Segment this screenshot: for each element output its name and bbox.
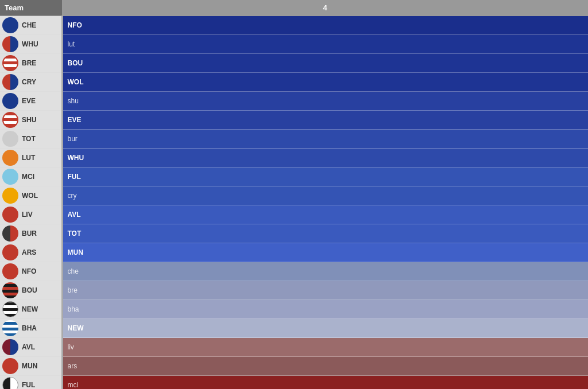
- num-header: 4: [62, 0, 588, 16]
- team-label: ARS: [22, 248, 36, 256]
- opponent-label: bre: [63, 282, 589, 299]
- team-badge: [2, 207, 18, 223]
- table-row: LUTWHU: [0, 149, 588, 168]
- team-badge: [2, 244, 18, 260]
- table-row: BHANEW: [0, 319, 588, 338]
- opponent-label: NFO: [63, 17, 589, 34]
- table-row: FULmci: [0, 376, 588, 390]
- opponent-label: WHU: [63, 149, 589, 166]
- opponent-label: WOL: [63, 73, 589, 91]
- team-label: CHE: [22, 21, 36, 29]
- table-row: CRYWOL: [0, 73, 588, 92]
- opponent-label: MUN: [63, 244, 589, 261]
- team-badge: [2, 131, 18, 147]
- opponent-label: shu: [63, 92, 589, 110]
- team-badge: [2, 112, 18, 128]
- team-label: TOT: [22, 135, 36, 143]
- team-cell: EVE: [0, 92, 61, 110]
- team-label: LIV: [22, 211, 33, 219]
- opponent-label: lut: [63, 36, 589, 53]
- opponent-label: ars: [63, 357, 589, 375]
- team-label: WOL: [22, 192, 38, 200]
- team-cell: NEW: [0, 300, 61, 318]
- team-label: NEW: [22, 305, 38, 313]
- team-cell: BUR: [0, 224, 61, 243]
- team-cell: FUL: [0, 376, 61, 389]
- team-label: CRY: [22, 78, 36, 86]
- opponent-label: cry: [63, 187, 589, 204]
- team-label: MCI: [22, 173, 34, 181]
- team-badge: [2, 150, 18, 166]
- team-cell: NFO: [0, 262, 61, 281]
- table-row: NEWbha: [0, 300, 588, 319]
- table-row: MUNars: [0, 357, 588, 376]
- table-row: WOLcry: [0, 186, 588, 205]
- team-cell: CRY: [0, 73, 61, 91]
- team-cell: BOU: [0, 281, 61, 299]
- team-cell: LUT: [0, 149, 61, 167]
- table-row: MCIFUL: [0, 168, 588, 186]
- team-cell: WOL: [0, 186, 61, 205]
- table-row: ARSMUN: [0, 243, 588, 262]
- team-badge: [2, 263, 18, 279]
- team-cell: BRE: [0, 54, 61, 72]
- team-cell: MCI: [0, 168, 61, 186]
- team-label: SHU: [22, 116, 36, 124]
- team-label: EVE: [22, 97, 36, 105]
- team-label: BHA: [22, 324, 37, 332]
- table-row: NFOche: [0, 262, 588, 281]
- opponent-label: liv: [63, 339, 589, 356]
- table-row: LIVAVL: [0, 205, 588, 224]
- table-row: WHUlut: [0, 35, 588, 54]
- opponent-label: NEW: [63, 320, 589, 337]
- team-label: AVL: [22, 343, 35, 351]
- table-row: EVEshu: [0, 92, 588, 111]
- team-badge: [2, 339, 18, 355]
- team-label: FUL: [22, 381, 35, 389]
- table-row: CHENFO: [0, 16, 588, 35]
- team-cell: TOT: [0, 130, 61, 148]
- table-row: SHUEVE: [0, 111, 588, 130]
- team-badge: [2, 320, 18, 336]
- main-table: Team 4 CHENFOWHUlutBREBOUCRYWOLEVEshuSHU…: [0, 0, 588, 389]
- team-label: BOU: [22, 286, 37, 294]
- team-label: NFO: [22, 267, 36, 275]
- team-badge: [2, 377, 18, 389]
- team-label: MUN: [22, 362, 37, 370]
- team-label: BRE: [22, 59, 36, 67]
- opponent-label: EVE: [63, 111, 589, 129]
- team-cell: MUN: [0, 357, 61, 375]
- team-cell: WHU: [0, 35, 61, 53]
- team-badge: [2, 17, 18, 33]
- team-badge: [2, 36, 18, 52]
- opponent-label: TOT: [63, 225, 589, 242]
- team-cell: SHU: [0, 111, 61, 129]
- team-badge: [2, 225, 18, 242]
- opponent-label: bur: [63, 130, 589, 147]
- team-cell: BHA: [0, 319, 61, 337]
- team-cell: CHE: [0, 16, 61, 34]
- team-label: LUT: [22, 154, 35, 162]
- opponent-label: mci: [63, 376, 589, 389]
- team-cell: LIV: [0, 205, 61, 224]
- team-badge: [2, 93, 18, 109]
- team-badge: [2, 358, 18, 374]
- opponent-label: bha: [63, 301, 589, 318]
- table-row: BREBOU: [0, 54, 588, 73]
- team-badge: [2, 301, 18, 317]
- team-cell: ARS: [0, 243, 61, 262]
- opponent-label: AVL: [63, 206, 589, 223]
- team-badge: [2, 55, 18, 71]
- table-row: AVLliv: [0, 338, 588, 357]
- team-badge: [2, 188, 18, 204]
- team-cell: AVL: [0, 338, 61, 356]
- team-label: WHU: [22, 40, 38, 48]
- team-badge: [2, 74, 18, 90]
- opponent-label: che: [63, 263, 589, 280]
- team-badge: [2, 169, 18, 185]
- team-badge: [2, 282, 18, 298]
- table-row: BURTOT: [0, 224, 588, 243]
- opponent-label: BOU: [63, 55, 589, 72]
- table-row: TOTbur: [0, 130, 588, 149]
- team-header: Team: [0, 0, 62, 16]
